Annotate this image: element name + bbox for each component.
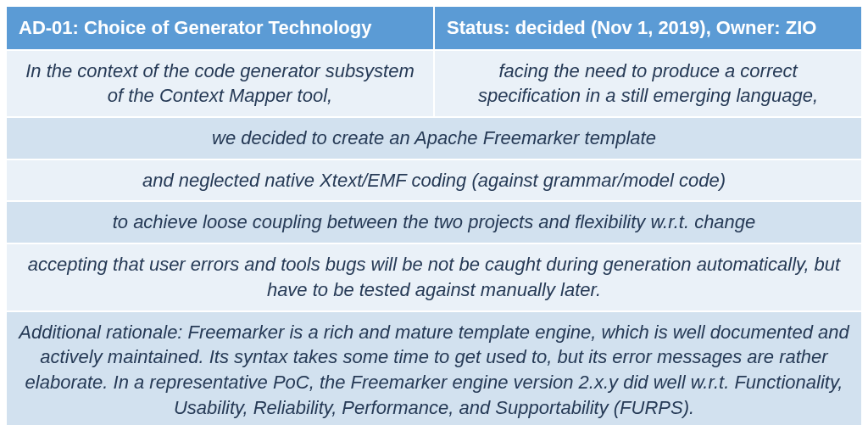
cell-left: In the context of the code generator sub… bbox=[6, 50, 434, 117]
cell-right: facing the need to produce a correct spe… bbox=[434, 50, 862, 117]
cell-full: and neglected native Xtext/EMF coding (a… bbox=[6, 159, 862, 202]
decision-record-table: AD-01: Choice of Generator TechnologySta… bbox=[0, 0, 868, 425]
cell-full: accepting that user errors and tools bug… bbox=[6, 243, 862, 310]
table-row: and neglected native Xtext/EMF coding (a… bbox=[6, 159, 862, 202]
table: AD-01: Choice of Generator TechnologySta… bbox=[5, 5, 863, 425]
header-row: AD-01: Choice of Generator TechnologySta… bbox=[6, 6, 862, 50]
cell-full: to achieve loose coupling between the tw… bbox=[6, 201, 862, 243]
table-row: Additional rationale: Freemarker is a ri… bbox=[6, 311, 862, 426]
cell-full: Additional rationale: Freemarker is a ri… bbox=[6, 311, 862, 426]
cell-full: we decided to create an Apache Freemarke… bbox=[6, 117, 862, 159]
table-row: we decided to create an Apache Freemarke… bbox=[6, 117, 862, 159]
table-row: In the context of the code generator sub… bbox=[6, 50, 862, 117]
header-status: Status: decided (Nov 1, 2019), Owner: ZI… bbox=[434, 6, 862, 50]
header-title: AD-01: Choice of Generator Technology bbox=[6, 6, 434, 50]
table-row: accepting that user errors and tools bug… bbox=[6, 243, 862, 310]
table-row: to achieve loose coupling between the tw… bbox=[6, 201, 862, 243]
